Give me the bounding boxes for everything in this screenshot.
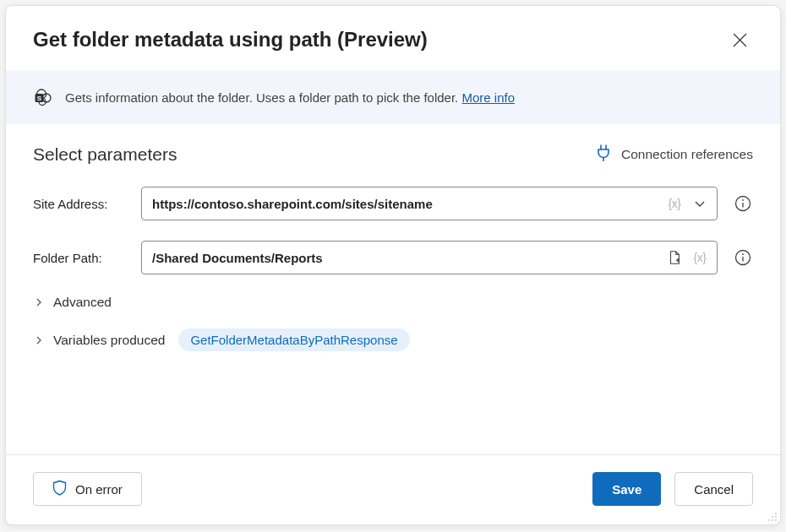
- connection-references-button[interactable]: Connection references: [596, 144, 753, 165]
- more-info-link[interactable]: More info: [461, 90, 515, 105]
- footer-right-buttons: Save Cancel: [592, 472, 753, 506]
- chevron-right-icon: [33, 298, 45, 307]
- plug-icon: [596, 144, 611, 165]
- site-address-info-button[interactable]: [733, 193, 753, 214]
- svg-point-14: [742, 253, 744, 255]
- variable-pill[interactable]: GetFolderMetadataByPathResponse: [178, 328, 409, 351]
- section-title: Select parameters: [33, 144, 177, 165]
- on-error-label: On error: [75, 482, 123, 497]
- info-icon: [734, 249, 751, 266]
- site-address-label: Site Address:: [33, 197, 126, 211]
- chevron-right-icon: [33, 336, 45, 345]
- banner-text-wrap: Gets information about the folder. Uses …: [65, 90, 515, 105]
- save-button[interactable]: Save: [592, 472, 661, 506]
- svg-point-11: [742, 199, 744, 201]
- connection-references-label: Connection references: [621, 147, 753, 162]
- folder-path-label: Folder Path:: [33, 251, 126, 265]
- site-address-input[interactable]: [152, 197, 659, 211]
- folder-path-field[interactable]: {x}: [141, 241, 718, 274]
- svg-text:S: S: [37, 95, 42, 102]
- file-picker-icon[interactable]: [664, 247, 685, 268]
- advanced-toggle[interactable]: Advanced: [33, 295, 753, 310]
- banner-text: Gets information about the folder. Uses …: [65, 90, 461, 105]
- folder-path-info-button[interactable]: [733, 247, 753, 268]
- info-banner: S Gets information about the folder. Use…: [6, 70, 780, 124]
- modal-header: Get folder metadata using path (Preview): [6, 6, 780, 70]
- expression-icon[interactable]: {x}: [690, 247, 710, 268]
- modal-title: Get folder metadata using path (Preview): [33, 28, 428, 52]
- site-address-combobox[interactable]: {x}: [141, 187, 718, 220]
- advanced-label: Advanced: [53, 295, 112, 310]
- expression-icon[interactable]: {x}: [664, 193, 685, 214]
- section-header: Select parameters Connection references: [33, 144, 753, 165]
- field-row-folder-path: Folder Path: {x}: [33, 241, 753, 274]
- on-error-button[interactable]: On error: [33, 472, 142, 506]
- folder-path-input[interactable]: [152, 251, 659, 265]
- field-row-site-address: Site Address: {x}: [33, 187, 753, 220]
- close-button[interactable]: [726, 26, 753, 53]
- modal-dialog: Get folder metadata using path (Preview)…: [5, 5, 781, 525]
- cancel-button[interactable]: Cancel: [674, 472, 753, 506]
- modal-body: Select parameters Connection references …: [6, 124, 780, 454]
- chevron-down-icon[interactable]: [690, 193, 710, 214]
- info-icon: [734, 195, 751, 212]
- close-icon: [733, 33, 747, 47]
- shield-icon: [52, 480, 67, 498]
- modal-footer: On error Save Cancel: [6, 454, 780, 524]
- sharepoint-icon: S: [33, 87, 53, 107]
- variables-produced-toggle[interactable]: Variables produced GetFolderMetadataByPa…: [33, 328, 753, 351]
- variables-produced-label: Variables produced: [53, 333, 165, 348]
